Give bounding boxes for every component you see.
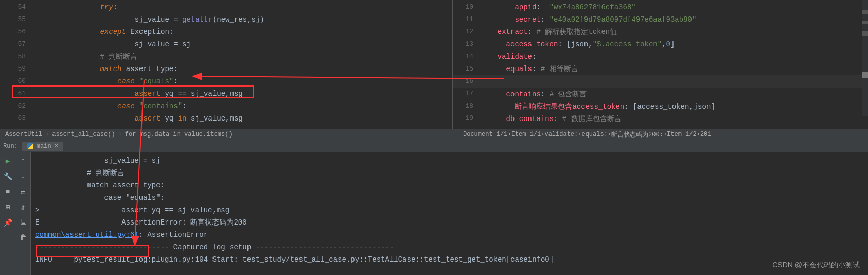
layout-icon[interactable]: ⊞ <box>4 203 12 211</box>
chevron-icon: › <box>697 131 700 138</box>
crumb-item[interactable]: validate: <box>544 131 578 138</box>
crumb-item[interactable]: for msg,data in value.items() <box>125 131 233 138</box>
right-gutter: 10111213141516171819 <box>453 0 473 125</box>
chevron-icon: › <box>608 131 611 138</box>
pin-icon[interactable]: 📌 <box>4 218 12 227</box>
filter-icon[interactable]: ⇵ <box>19 203 27 211</box>
chevron-icon: › <box>118 131 122 138</box>
crumb-item[interactable]: AssertUtil <box>5 131 42 138</box>
crumb-item[interactable]: equals: <box>581 131 607 138</box>
crumb-item[interactable]: assert_all_case() <box>52 131 115 138</box>
run-icon[interactable]: ▶ <box>4 157 12 165</box>
chevron-icon: › <box>507 131 511 138</box>
run-toolbar: Run: main × <box>0 140 868 152</box>
chevron-icon: › <box>663 131 667 138</box>
stop-icon[interactable]: ■ <box>4 187 12 196</box>
run-tool-column-right: ↑ ↓ ⇄ ⇵ 🖶 🗑 <box>15 152 31 275</box>
minimap[interactable] <box>862 0 868 116</box>
print-icon[interactable]: 🖶 <box>19 218 27 227</box>
python-icon <box>27 143 33 149</box>
watermark-text: CSDN @不会代码的小测试 <box>772 261 860 270</box>
chevron-icon: › <box>541 131 544 138</box>
left-breadcrumbs[interactable]: AssertUtil › assert_all_case() › for msg… <box>0 129 868 140</box>
down-icon[interactable]: ↓ <box>19 172 27 180</box>
crumb-item[interactable]: Item 1/2 <box>667 131 697 138</box>
left-code-area[interactable]: try: sj_value = getattr(new_res,sj) exce… <box>31 0 452 125</box>
chevron-icon: › <box>578 131 581 138</box>
right-breadcrumbs[interactable]: Document 1/1 › Item 1/1 › validate: › eq… <box>463 129 712 140</box>
right-code-area[interactable]: appid: "wx74a8627816cfa368" secret: "e40… <box>489 0 868 125</box>
run-label: Run: <box>3 143 18 150</box>
up-icon[interactable]: ↑ <box>19 157 27 165</box>
left-code-editor[interactable]: 54555657585960616263 try: sj_value = get… <box>0 0 453 129</box>
crumb-item[interactable]: 201 <box>700 131 712 138</box>
trash-icon[interactable]: 🗑 <box>19 234 27 242</box>
close-icon[interactable]: × <box>55 143 58 150</box>
run-tab-main[interactable]: main × <box>22 142 63 151</box>
crumb-item[interactable]: 断言状态码为200: <box>611 130 663 139</box>
crumb-item[interactable]: Document 1/1 <box>463 131 507 138</box>
wrench-icon[interactable]: 🔧 <box>4 172 12 180</box>
run-tool-column-left: ▶ 🔧 ■ ⊞ 📌 <box>0 152 15 275</box>
console-output[interactable]: sj_value = sj # 判断断言 match assert_type: … <box>31 152 868 275</box>
right-code-editor[interactable]: 10111213141516171819 appid: "wx74a862781… <box>453 0 868 129</box>
crumb-item[interactable]: Item 1/1 <box>511 131 541 138</box>
run-tab-label: main <box>37 143 51 150</box>
traceback-link[interactable]: common\assert_util.py:61 <box>35 231 139 239</box>
left-gutter: 54555657585960616263 <box>0 0 26 125</box>
wrap-icon[interactable]: ⇄ <box>19 187 27 196</box>
chevron-icon: › <box>45 131 49 138</box>
